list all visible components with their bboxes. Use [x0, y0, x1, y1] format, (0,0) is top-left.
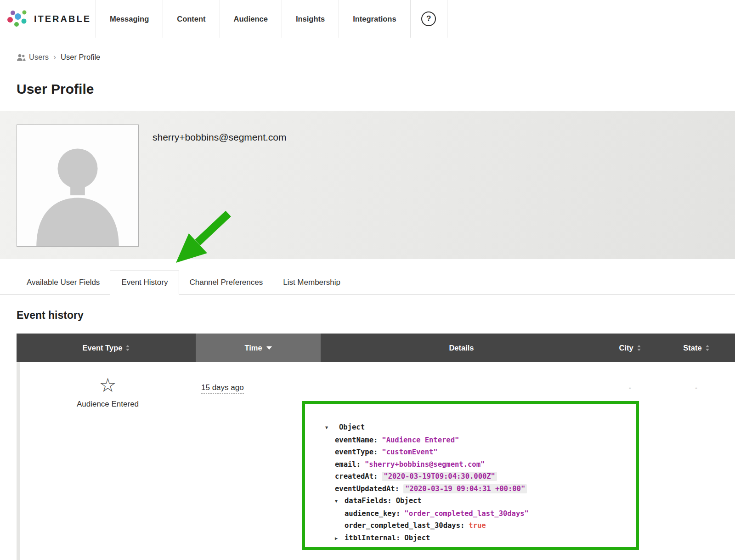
- json-line-email: email:"sherry+bobbins@segment.com": [305, 458, 636, 471]
- user-profile-page: ITERABLE Messaging Content Audience Insi…: [0, 0, 735, 560]
- brand-logo[interactable]: ITERABLE: [0, 0, 96, 38]
- event-history-table: Event Type Time Details City State ☆: [17, 334, 735, 560]
- tab-channel-preferences[interactable]: Channel Preferences: [179, 271, 273, 294]
- avatar: [17, 124, 139, 247]
- json-line-createdat: createdAt:"2020-03-19T09:04:30.000Z": [305, 470, 636, 483]
- tab-available-user-fields[interactable]: Available User Fields: [17, 271, 110, 294]
- sort-icons: [637, 345, 641, 351]
- json-line-audience-key: audience_key:"order_completed_last_30day…: [305, 508, 636, 520]
- help-button[interactable]: ?: [410, 0, 447, 38]
- nav-item-messaging[interactable]: Messaging: [96, 0, 163, 38]
- col-header-event-type[interactable]: Event Type: [17, 334, 196, 362]
- top-nav: ITERABLE Messaging Content Audience Insi…: [0, 0, 735, 38]
- nav-item-content[interactable]: Content: [163, 0, 219, 38]
- nav-item-integrations[interactable]: Integrations: [339, 0, 410, 38]
- profile-tabs: Available User Fields Event History Chan…: [0, 271, 735, 294]
- profile-panel: sherry+bobbins@segment.com: [0, 111, 735, 259]
- tab-event-history[interactable]: Event History: [110, 271, 179, 294]
- brand-name: ITERABLE: [34, 14, 91, 24]
- table-header-row: Event Type Time Details City State: [17, 334, 735, 362]
- state-cell: -: [657, 362, 735, 560]
- breadcrumb: Users › User Profile: [0, 38, 735, 62]
- expand-toggle-icon[interactable]: ▶: [335, 532, 345, 545]
- col-header-time[interactable]: Time: [196, 334, 321, 362]
- tab-list-membership[interactable]: List Membership: [273, 271, 351, 294]
- iterable-logo-icon: [7, 8, 28, 29]
- collapse-toggle-icon[interactable]: ▼: [335, 495, 345, 508]
- sort-icons: [706, 345, 709, 351]
- col-header-state[interactable]: State: [657, 334, 735, 362]
- event-type-label: Audience Entered: [77, 400, 139, 409]
- nav-item-audience[interactable]: Audience: [220, 0, 282, 38]
- col-label-city: City: [619, 344, 633, 352]
- nav-item-insights[interactable]: Insights: [282, 0, 339, 38]
- sort-desc-icon: [266, 346, 272, 350]
- json-line-itblinternal: ▶itblInternal:Object: [305, 532, 636, 545]
- page-title: User Profile: [17, 81, 735, 97]
- collapse-toggle-icon[interactable]: ▼: [325, 422, 335, 434]
- json-line-eventname: eventName:"Audience Entered": [305, 434, 636, 447]
- json-line-eventtype: eventType:"customEvent": [305, 446, 636, 458]
- col-label-time: Time: [244, 344, 262, 352]
- chevron-right-icon: ›: [53, 52, 56, 62]
- breadcrumb-users-link[interactable]: Users: [17, 53, 49, 62]
- col-header-city[interactable]: City: [602, 334, 657, 362]
- user-email: sherry+bobbins@segment.com: [153, 132, 287, 259]
- sort-icons: [126, 345, 130, 351]
- json-line-eventupdatedat: eventUpdatedAt:"2020-03-19 09:04:31 +00:…: [305, 483, 636, 495]
- table-row: ☆ Audience Entered 15 days ago ▼Object e…: [17, 362, 735, 560]
- col-label-state: State: [683, 344, 701, 352]
- breadcrumb-current: User Profile: [61, 53, 100, 62]
- event-type-cell: ☆ Audience Entered: [20, 362, 196, 560]
- col-header-details: Details: [321, 334, 602, 362]
- json-line-order-completed: order_completed_last_30days:true: [305, 520, 636, 532]
- star-favorite-icon[interactable]: ☆: [99, 376, 117, 395]
- help-icon: ?: [421, 11, 436, 26]
- json-line-root: ▼Object: [305, 421, 636, 434]
- users-icon: [17, 54, 26, 61]
- event-details-json: ▼Object eventName:"Audience Entered" eve…: [302, 401, 639, 550]
- col-label-event-type: Event Type: [83, 344, 123, 352]
- details-cell: ▼Object eventName:"Audience Entered" eve…: [321, 362, 602, 560]
- relative-time[interactable]: 15 days ago: [201, 383, 244, 394]
- avatar-silhouette-icon: [17, 125, 138, 246]
- json-line-datafields: ▼dataFields:Object: [305, 495, 636, 508]
- breadcrumb-users-label: Users: [29, 53, 49, 62]
- section-heading: Event history: [17, 309, 735, 322]
- json-object-label: Object: [339, 423, 365, 431]
- col-label-details: Details: [449, 344, 474, 352]
